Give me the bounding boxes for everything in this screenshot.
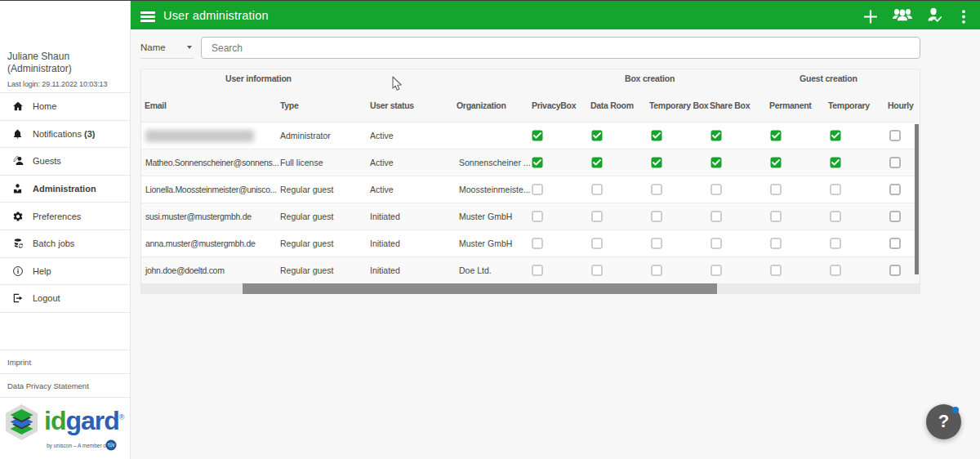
svg-text:TÜV: TÜV	[108, 443, 115, 448]
